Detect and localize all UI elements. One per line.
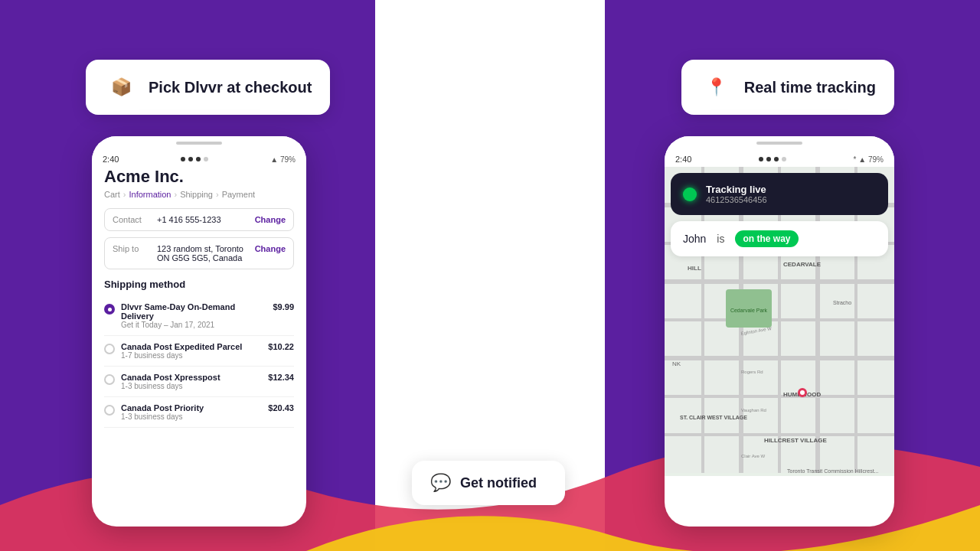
store-name: Acme Inc. [104,167,294,187]
checkout-screen: Acme Inc. Cart › Information › Shipping … [92,167,306,440]
bc-shipping: Shipping [180,190,213,199]
svg-text:Clair Ave W: Clair Ave W [741,454,766,458]
checkout-badge: 📦 Pick Dlvvr at checkout [86,60,330,115]
shipping-option-0[interactable]: Dlvvr Same-Day On-Demand Delivery Get it… [104,296,294,336]
radio-0 [104,304,115,315]
tracking-badge: 📍 Real time tracking [681,60,894,115]
contact-row: Contact +1 416 555-1233 Change [113,215,286,224]
svg-text:ST. CLAIR WEST VILLAGE: ST. CLAIR WEST VILLAGE [680,415,747,420]
shipping-details-1: Canada Post Expedited Parcel 1-7 busines… [121,342,262,360]
tracking-label: Tracking live [706,184,767,195]
status-bar-right: 2:40 * ▲ 79% [665,148,894,167]
svg-text:HILL: HILL [688,265,701,272]
shipto-change[interactable]: Change [255,244,286,253]
tracking-info: Tracking live 4612536546456 [706,184,767,204]
shipping-option-1[interactable]: Canada Post Expedited Parcel 1-7 busines… [104,336,294,367]
phone-top-bar-right [665,136,894,148]
chat-icon: 💬 [430,473,451,493]
tracking-badge-text: Real time tracking [744,79,876,96]
tracking-live-dot [683,187,697,201]
shipping-option-2[interactable]: Canada Post Xpresspost 1-3 business days… [104,367,294,397]
package-icon: 📦 [104,70,138,104]
svg-text:HILLCREST VILLAGE: HILLCREST VILLAGE [764,437,827,444]
contact-field: Contact +1 416 555-1233 Change [104,208,294,231]
time-left: 2:40 [103,155,119,164]
tracking-phone: 2:40 * ▲ 79% [665,136,894,527]
shipto-field: Ship to 123 random st, Toronto ON G5G 5G… [104,237,294,269]
shipto-value: 123 random st, Toronto ON G5G 5G5, Canad… [151,244,255,262]
radio-3 [104,405,115,416]
phone-top-bar-left [92,136,306,148]
radio-1 [104,344,115,354]
checkout-badge-text: Pick Dlvvr at checkout [149,79,312,96]
status-bar-left: 2:40 ▲ 79% [92,148,306,167]
svg-text:NK: NK [672,360,681,367]
dots-right [759,157,786,161]
svg-text:Toronto Transit Commission Hil: Toronto Transit Commission Hillcrest... [787,468,878,473]
is-text: is [717,233,724,245]
driver-status-badge: on the way [735,230,798,247]
shipping-details-2: Canada Post Xpresspost 1-3 business days [121,373,262,390]
driver-status-card: John is on the way [671,221,888,256]
bc-information: Information [129,190,171,199]
get-notified-text: Get notified [460,475,537,491]
shipping-option-3[interactable]: Canada Post Priority 1-3 business days $… [104,397,294,428]
location-icon: 📍 [700,70,733,104]
tracking-card: Tracking live 4612536546456 [671,173,888,215]
shipping-details-0: Dlvvr Same-Day On-Demand Delivery Get it… [121,302,266,329]
phone-notch-left [176,142,222,145]
time-right: 2:40 [675,155,691,164]
contact-value: +1 416 555-1233 [151,215,255,224]
tracking-number: 4612536546456 [706,195,767,204]
map-area: Cedarvale Park HILL Kay Gardiner Beltlin… [665,167,894,476]
shipto-label: Ship to [113,244,151,253]
shipping-details-3: Canada Post Priority 1-3 business days [121,403,262,421]
svg-text:Rogers Rd: Rogers Rd [741,370,763,374]
driver-name: John [683,233,706,245]
status-icons-right: * ▲ 79% [854,155,884,164]
contact-change[interactable]: Change [255,215,286,224]
tracking-overlay: Tracking live 4612536546456 John is on t… [665,167,894,262]
dots-left [181,157,208,161]
svg-point-29 [800,390,805,395]
radio-2 [104,374,115,385]
status-icons-left: ▲ 79% [270,155,296,164]
shipping-options: Dlvvr Same-Day On-Demand Delivery Get it… [104,296,294,428]
checkout-phone: 2:40 ▲ 79% Acme Inc. Cart › Information … [92,136,306,527]
svg-text:Vaughan Rd: Vaughan Rd [741,408,766,412]
svg-text:Cedarvale Park: Cedarvale Park [730,308,768,313]
get-notified-button[interactable]: 💬 Get notified [412,461,565,505]
shipping-section-title: Shipping method [104,279,294,290]
shipto-row: Ship to 123 random st, Toronto ON G5G 5G… [113,244,286,262]
contact-label: Contact [113,215,151,224]
bc-payment: Payment [222,190,255,199]
phone-notch-right [756,142,802,145]
svg-text:Stracho: Stracho [833,300,851,305]
bc-cart: Cart [104,190,120,199]
breadcrumb: Cart › Information › Shipping › Payment [104,190,294,199]
